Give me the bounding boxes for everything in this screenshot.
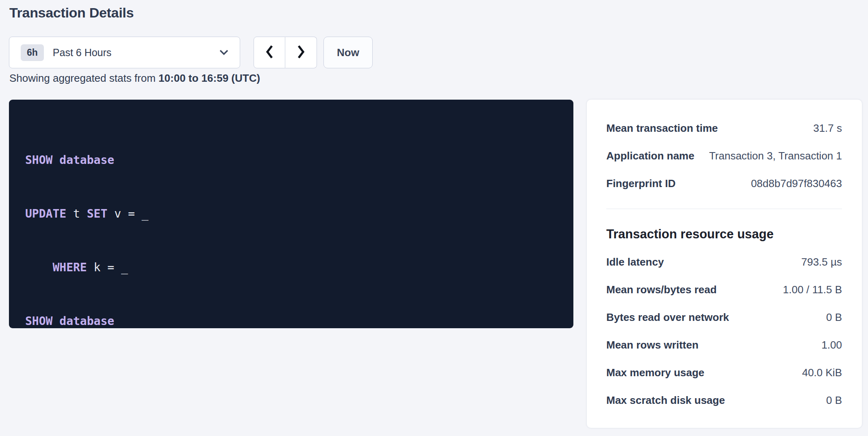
time-range-label: Past 6 Hours	[53, 47, 112, 59]
stat-value: 40.0 KiB	[802, 366, 842, 379]
stat-row-mean-transaction-time: Mean transaction time 31.7 s	[606, 114, 842, 142]
stat-label: Fingerprint ID	[606, 177, 675, 190]
now-button[interactable]: Now	[323, 37, 373, 68]
stat-row-mean-rows-written: Mean rows written 1.00	[606, 331, 842, 359]
stat-label: Mean transaction time	[606, 122, 718, 135]
sql-line: SHOW database	[25, 151, 557, 169]
sql-line: UPDATE t SET v = _	[25, 205, 557, 223]
sql-identifier: v	[114, 207, 128, 220]
chevron-right-icon	[297, 45, 305, 60]
aggregation-summary-prefix: Showing aggregated stats from	[9, 72, 158, 84]
sql-identifier: = _	[107, 261, 128, 274]
sql-keyword: WHERE	[52, 261, 93, 274]
sql-keyword: database	[59, 314, 114, 328]
aggregation-summary-range: 10:00 to 16:59 (UTC)	[158, 72, 260, 84]
time-nav-group	[254, 37, 317, 68]
stat-label: Mean rows written	[606, 339, 699, 351]
stat-row-mean-rows-bytes-read: Mean rows/bytes read 1.00 / 11.5 B	[606, 276, 842, 303]
sql-keyword: database	[59, 153, 114, 167]
stat-value: Transaction 3, Transaction 1	[709, 150, 842, 162]
sql-identifier: t	[73, 207, 87, 220]
stat-value: 31.7 s	[813, 122, 842, 135]
stat-row-max-memory-usage: Max memory usage 40.0 KiB	[606, 359, 842, 386]
sql-keyword: SHOW	[25, 153, 59, 167]
sql-keyword: SHOW	[25, 314, 59, 328]
next-time-button[interactable]	[285, 37, 317, 68]
sql-code: SHOW database UPDATE t SET v = _ WHERE k…	[25, 116, 557, 366]
stat-value: 793.5 µs	[801, 256, 842, 268]
stat-value: 08d8b7d97f830463	[751, 177, 842, 190]
stat-value: 1.00 / 11.5 B	[783, 283, 842, 296]
stat-label: Max memory usage	[606, 366, 704, 379]
aggregation-summary: Showing aggregated stats from 10:00 to 1…	[9, 72, 260, 85]
stat-label: Application name	[606, 150, 694, 162]
sql-indent	[25, 261, 52, 274]
stat-row-fingerprint-id: Fingerprint ID 08d8b7d97f830463	[606, 170, 842, 197]
sql-line: SHOW database	[25, 312, 557, 330]
stat-row-max-scratch-disk-usage: Max scratch disk usage 0 B	[606, 386, 842, 414]
time-controls: 6h Past 6 Hours Now	[9, 37, 373, 68]
card-divider	[606, 209, 842, 209]
sql-statement-box: SHOW database UPDATE t SET v = _ WHERE k…	[9, 100, 573, 328]
stat-label: Bytes read over network	[606, 311, 729, 324]
page-title: Transaction Details	[9, 5, 134, 21]
stat-label: Idle latency	[606, 256, 664, 268]
sql-identifier: = _	[128, 207, 149, 220]
sql-identifier: k	[94, 261, 108, 274]
resource-usage-heading: Transaction resource usage	[606, 220, 842, 248]
stat-value: 1.00	[821, 339, 842, 351]
stat-value: 0 B	[826, 311, 842, 324]
transaction-details-page: Transaction Details 6h Past 6 Hours Now …	[0, 0, 868, 436]
stat-value: 0 B	[826, 394, 842, 407]
chevron-left-icon	[265, 45, 274, 60]
stat-label: Max scratch disk usage	[606, 394, 725, 407]
transaction-details-card: Mean transaction time 31.7 s Application…	[587, 100, 862, 428]
chevron-down-icon	[219, 50, 228, 55]
stat-row-bytes-read-over-network: Bytes read over network 0 B	[606, 303, 842, 331]
sql-keyword: UPDATE	[25, 207, 73, 220]
stat-row-idle-latency: Idle latency 793.5 µs	[606, 248, 842, 276]
prev-time-button[interactable]	[254, 37, 285, 68]
time-range-badge: 6h	[21, 44, 44, 61]
sql-line: WHERE k = _	[25, 259, 557, 277]
stat-label: Mean rows/bytes read	[606, 283, 717, 296]
sql-keyword: SET	[87, 207, 114, 220]
stat-row-application-name: Application name Transaction 3, Transact…	[606, 142, 842, 170]
time-range-dropdown[interactable]: 6h Past 6 Hours	[9, 37, 240, 68]
